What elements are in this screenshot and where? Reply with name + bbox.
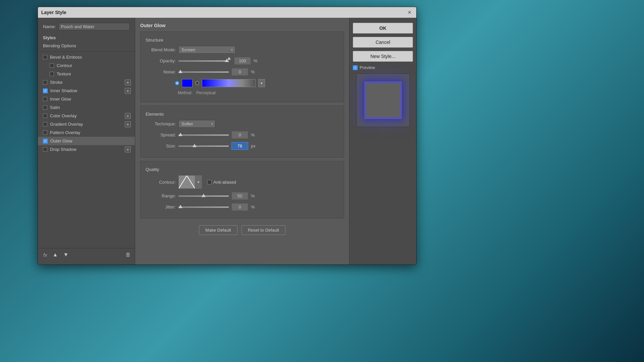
- inner-glow-label: Inner Glow: [50, 97, 71, 102]
- sidebar-item-pattern-overlay[interactable]: Pattern Overlay: [38, 128, 135, 137]
- make-default-button[interactable]: Make Default: [199, 225, 237, 235]
- new-style-button[interactable]: New Style...: [353, 51, 413, 62]
- left-panel: Name: Styles Blending Options Bevel & Em…: [38, 18, 135, 264]
- inner-shadow-checkbox[interactable]: [43, 88, 48, 93]
- center-panel: Outer Glow Structure Blend Mode: Screen …: [135, 18, 349, 264]
- technique-row: Technique: Softer Precise: [146, 120, 339, 128]
- preview-row: Preview: [353, 65, 413, 70]
- size-unit: px: [251, 143, 258, 148]
- sidebar-item-contour[interactable]: Contour: [38, 61, 135, 70]
- preview-label: Preview: [360, 65, 375, 70]
- opacity-input[interactable]: [234, 57, 251, 65]
- texture-checkbox[interactable]: [50, 72, 54, 76]
- color-swatch[interactable]: [182, 79, 193, 87]
- elements-section: Elements Technique: Softer Precise: [140, 106, 344, 158]
- pattern-overlay-checkbox[interactable]: [43, 130, 47, 135]
- jitter-input[interactable]: [231, 203, 248, 211]
- outer-glow-label: Outer Glow: [50, 138, 72, 143]
- move-down-button[interactable]: ▼: [62, 251, 70, 258]
- structure-heading: Structure: [146, 38, 339, 43]
- size-input[interactable]: [231, 142, 248, 150]
- gradient-radio[interactable]: [195, 81, 199, 85]
- close-button[interactable]: ×: [406, 9, 413, 16]
- drop-shadow-checkbox[interactable]: [43, 147, 47, 152]
- spread-input[interactable]: [231, 131, 248, 139]
- size-row: Size: px: [146, 142, 339, 150]
- jitter-unit: %: [251, 204, 258, 209]
- stroke-checkbox[interactable]: [43, 80, 47, 84]
- range-row: Range: %: [146, 192, 339, 200]
- inner-shadow-plus-btn[interactable]: +: [125, 88, 131, 94]
- contour-row: Contour: ▼ Anti-: [146, 175, 339, 189]
- sidebar-item-gradient-overlay[interactable]: Gradient Overlay +: [38, 120, 135, 128]
- technique-label: Technique:: [146, 121, 176, 126]
- right-panel: OK Cancel New Style... Preview: [349, 18, 416, 264]
- sidebar-item-satin[interactable]: Satin: [38, 103, 135, 112]
- satin-label: Satin: [50, 105, 60, 110]
- preview-checkbox[interactable]: [353, 65, 358, 70]
- sidebar-item-texture[interactable]: Texture: [38, 70, 135, 78]
- size-slider[interactable]: [178, 145, 229, 147]
- sidebar-item-bevel[interactable]: Bevel & Emboss: [38, 53, 135, 61]
- outer-glow-checkbox[interactable]: [43, 139, 48, 143]
- name-row: Name:: [38, 21, 135, 34]
- name-label: Name:: [43, 24, 56, 29]
- sidebar-item-inner-glow[interactable]: Inner Glow: [38, 95, 135, 103]
- color-overlay-checkbox[interactable]: [43, 114, 47, 118]
- drop-shadow-label: Drop Shadow: [50, 147, 76, 152]
- title-bar: Layer Style ×: [38, 7, 416, 18]
- contour-checkbox[interactable]: [50, 63, 54, 68]
- gradient-overlay-label: Gradient Overlay: [50, 122, 83, 127]
- sidebar-item-blending-options[interactable]: Blending Options: [38, 42, 135, 50]
- technique-select[interactable]: Softer Precise: [178, 120, 215, 128]
- range-slider[interactable]: [178, 195, 229, 197]
- stroke-plus-btn[interactable]: +: [125, 79, 131, 85]
- gradient-overlay-plus-btn[interactable]: +: [125, 121, 131, 127]
- fx-button[interactable]: fx: [42, 251, 49, 258]
- color-swatch-row: ▼: [175, 79, 339, 87]
- stroke-label: Stroke: [50, 80, 63, 85]
- opacity-row: Opacity: %: [146, 57, 339, 65]
- sidebar-item-drop-shadow[interactable]: Drop Shadow +: [38, 145, 135, 154]
- pattern-overlay-label: Pattern Overlay: [50, 130, 80, 135]
- opacity-slider[interactable]: [178, 60, 229, 62]
- gradient-overlay-checkbox[interactable]: [43, 122, 47, 126]
- jitter-label: Jitter:: [146, 204, 176, 209]
- noise-slider[interactable]: [178, 71, 229, 73]
- bevel-checkbox[interactable]: [43, 55, 47, 59]
- move-up-button[interactable]: ▲: [51, 251, 59, 258]
- satin-checkbox[interactable]: [43, 105, 47, 110]
- texture-label: Texture: [57, 71, 71, 76]
- sidebar-item-inner-shadow[interactable]: Inner Shadow +: [38, 86, 135, 95]
- contour-row-label: Contour:: [146, 180, 176, 185]
- contour-preview[interactable]: [178, 175, 195, 189]
- spread-slider[interactable]: [178, 134, 229, 136]
- jitter-slider[interactable]: [178, 206, 229, 208]
- contour-chevron[interactable]: ▼: [195, 175, 202, 189]
- anti-aliased-label: Anti-aliased: [213, 180, 236, 185]
- color-overlay-plus-btn[interactable]: +: [125, 113, 131, 119]
- blend-mode-select[interactable]: Screen Normal Multiply Overlay Soft Ligh…: [178, 46, 235, 54]
- gradient-chevron[interactable]: ▼: [258, 79, 265, 87]
- dialog-overlay: Layer Style × Name: Styles Blending Opti…: [38, 7, 417, 265]
- drop-shadow-plus-btn[interactable]: +: [125, 146, 131, 153]
- sidebar-item-outer-glow[interactable]: Outer Glow: [38, 137, 135, 145]
- cancel-button[interactable]: Cancel: [353, 37, 413, 48]
- name-input[interactable]: [58, 23, 130, 31]
- reset-to-default-button[interactable]: Reset to Default: [241, 225, 285, 235]
- inner-glow-checkbox[interactable]: [43, 97, 47, 101]
- sidebar-item-color-overlay[interactable]: Color Overlay +: [38, 112, 135, 120]
- gradient-swatch[interactable]: [202, 79, 256, 87]
- sidebar-item-stroke[interactable]: Stroke +: [38, 78, 135, 86]
- range-input[interactable]: [231, 192, 248, 200]
- quality-section: Quality Contour: ▼: [140, 161, 344, 219]
- noise-input[interactable]: [231, 68, 248, 76]
- anti-aliased-checkbox[interactable]: [207, 180, 212, 184]
- range-unit: %: [251, 193, 258, 198]
- method-row: Method: Perceptual: [146, 90, 339, 95]
- spread-row: Spread: %: [146, 131, 339, 139]
- solid-color-radio[interactable]: [175, 81, 179, 85]
- ok-button[interactable]: OK: [353, 23, 413, 34]
- delete-button[interactable]: 🗑: [125, 252, 131, 258]
- method-label: Method:: [178, 90, 192, 95]
